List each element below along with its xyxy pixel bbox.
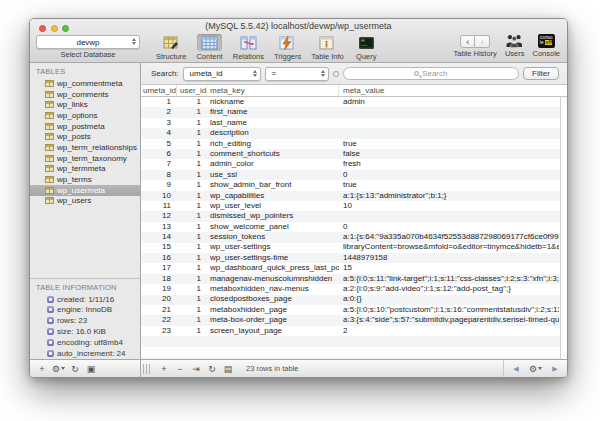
table-row[interactable]: 4 1 description xyxy=(141,128,567,138)
sidebar-table-item[interactable]: wp_users xyxy=(30,196,140,207)
cell-user-id[interactable]: 1 xyxy=(177,263,207,273)
sidebar-table-item[interactable]: wp_links xyxy=(30,99,140,110)
cell-meta-value[interactable]: true xyxy=(339,139,559,149)
filter-column-select[interactable]: umeta_id xyxy=(183,67,261,81)
table-actions-button[interactable]: ⚙ xyxy=(50,362,67,376)
cell-meta-key[interactable]: closedpostboxes_page xyxy=(207,294,339,304)
cell-user-id[interactable]: 1 xyxy=(177,118,207,128)
table-row[interactable]: 20 1 closedpostboxes_page a:0:{} xyxy=(141,294,567,304)
cell-meta-value[interactable]: false xyxy=(339,149,559,159)
cell-meta-value[interactable] xyxy=(339,211,559,221)
cell-umeta-id[interactable]: 1 xyxy=(141,97,177,107)
column-header-meta-value[interactable]: meta_value xyxy=(339,85,567,96)
cell-user-id[interactable]: 1 xyxy=(177,139,207,149)
table-row[interactable]: 12 1 dismissed_wp_pointers xyxy=(141,211,567,221)
cell-umeta-id[interactable]: 15 xyxy=(141,242,177,252)
cell-meta-key[interactable]: wp_capabilities xyxy=(207,191,339,201)
table-row[interactable]: 19 1 metaboxhidden_nav-menus a:2:{i:0;s:… xyxy=(141,284,567,294)
cell-meta-value[interactable]: a:5:{i:0;s:10:"postcustom";i:1;s:16:"com… xyxy=(339,305,559,315)
cell-umeta-id[interactable]: 7 xyxy=(141,159,177,169)
column-header-meta-key[interactable]: meta_key xyxy=(207,85,339,96)
cell-umeta-id[interactable]: 2 xyxy=(141,107,177,117)
cell-meta-value[interactable]: a:0:{} xyxy=(339,294,559,304)
cell-umeta-id[interactable]: 21 xyxy=(141,305,177,315)
sidebar-table-item[interactable]: wp_posts xyxy=(30,131,140,142)
sidebar-table-item[interactable]: wp_comments xyxy=(30,89,140,100)
cell-user-id[interactable]: 1 xyxy=(177,274,207,284)
previous-page-button[interactable]: ◀ xyxy=(508,362,524,376)
cell-meta-value[interactable]: 1448979158 xyxy=(339,253,559,263)
cell-umeta-id[interactable]: 6 xyxy=(141,149,177,159)
table-row[interactable]: 22 1 meta-box-order_page a:3:{s:4:"side"… xyxy=(141,315,567,325)
splitter-handle-icon[interactable] xyxy=(143,364,152,374)
structure-button[interactable]: Structure xyxy=(154,33,188,62)
cell-umeta-id[interactable]: 22 xyxy=(141,315,177,325)
cell-meta-key[interactable]: dismissed_wp_pointers xyxy=(207,211,339,221)
cell-meta-key[interactable]: wp_dashboard_quick_press_last_post_id xyxy=(207,263,339,273)
cell-umeta-id[interactable]: 14 xyxy=(141,232,177,242)
users-icon[interactable] xyxy=(505,34,524,48)
cell-meta-value[interactable]: admin xyxy=(339,97,559,107)
table-row[interactable]: 23 1 screen_layout_page 2 xyxy=(141,326,567,336)
table-row[interactable]: 13 1 show_welcome_panel 0 xyxy=(141,222,567,232)
vertical-scrollbar[interactable] xyxy=(560,97,567,359)
cell-umeta-id[interactable]: 17 xyxy=(141,263,177,273)
cell-meta-key[interactable]: description xyxy=(207,128,339,138)
cell-meta-key[interactable]: managenav-menuscolumnshidden xyxy=(207,274,339,284)
duplicate-row-button[interactable]: ⇥ xyxy=(188,362,204,376)
cell-meta-key[interactable]: metaboxhidden_nav-menus xyxy=(207,284,339,294)
cell-user-id[interactable]: 1 xyxy=(177,170,207,180)
cell-umeta-id[interactable]: 18 xyxy=(141,274,177,284)
cell-meta-key[interactable]: first_name xyxy=(207,107,339,117)
sidebar-table-item[interactable]: wp_commentmeta xyxy=(30,78,140,89)
cell-meta-value[interactable] xyxy=(339,107,559,117)
cell-user-id[interactable]: 1 xyxy=(177,201,207,211)
column-header-user-id[interactable]: user_id xyxy=(177,85,207,96)
export-rows-button[interactable]: ▤ xyxy=(220,362,236,376)
cell-user-id[interactable]: 1 xyxy=(177,284,207,294)
table-row[interactable]: 11 1 wp_user_level 10 xyxy=(141,201,567,211)
table-row[interactable]: 10 1 wp_capabilities a:1:{s:13:"administ… xyxy=(141,191,567,201)
pagination-actions-button[interactable]: ⚙ xyxy=(527,362,544,376)
cell-meta-key[interactable]: admin_color xyxy=(207,159,339,169)
add-row-button[interactable]: + xyxy=(156,362,172,376)
sidebar-table-item[interactable]: wp_term_relationships xyxy=(30,142,140,153)
cell-user-id[interactable]: 1 xyxy=(177,242,207,252)
cell-user-id[interactable]: 1 xyxy=(177,294,207,304)
minimize-button[interactable] xyxy=(51,25,58,32)
search-input[interactable]: Search xyxy=(343,67,519,80)
cell-meta-key[interactable]: show_welcome_panel xyxy=(207,222,339,232)
cell-user-id[interactable]: 1 xyxy=(177,211,207,221)
sidebar-table-item[interactable]: wp_terms xyxy=(30,174,140,185)
remove-row-button[interactable]: − xyxy=(172,362,188,376)
cell-user-id[interactable]: 1 xyxy=(177,180,207,190)
content-button[interactable]: Content xyxy=(194,33,224,62)
cell-meta-key[interactable]: rich_editing xyxy=(207,139,339,149)
cell-meta-value[interactable] xyxy=(339,128,559,138)
cell-user-id[interactable]: 1 xyxy=(177,222,207,232)
cell-meta-key[interactable]: wp_user_level xyxy=(207,201,339,211)
table-info-button[interactable]: Table Info xyxy=(309,33,346,62)
sidebar-table-item[interactable]: wp_term_taxonomy xyxy=(30,153,140,164)
table-row[interactable]: 17 1 wp_dashboard_quick_press_last_post_… xyxy=(141,263,567,273)
cell-user-id[interactable]: 1 xyxy=(177,97,207,107)
filter-button[interactable]: Filter xyxy=(523,67,559,80)
table-row[interactable]: 15 1 wp_user-settings libraryContent=bro… xyxy=(141,242,567,252)
cell-umeta-id[interactable]: 16 xyxy=(141,253,177,263)
zoom-button[interactable] xyxy=(62,25,69,32)
cell-meta-value[interactable]: libraryContent=browse&mfold=o&editor=tin… xyxy=(339,242,559,252)
cell-meta-key[interactable]: wp_user-settings xyxy=(207,242,339,252)
table-row[interactable]: 8 1 use_ssl 0 xyxy=(141,170,567,180)
console-icon[interactable]: conso le off xyxy=(538,34,555,48)
history-forward-button[interactable]: › xyxy=(475,35,490,48)
cell-meta-key[interactable]: comment_shortcuts xyxy=(207,149,339,159)
triggers-button[interactable]: Triggers xyxy=(272,33,303,62)
console-toggle-button[interactable]: ▣ xyxy=(83,362,99,376)
sidebar-table-item[interactable]: wp_postmeta xyxy=(30,121,140,132)
query-button[interactable]: Query xyxy=(352,33,381,62)
history-back-button[interactable]: ‹ xyxy=(460,35,475,48)
add-filter-button[interactable] xyxy=(333,71,339,77)
cell-meta-key[interactable]: use_ssl xyxy=(207,170,339,180)
cell-meta-key[interactable]: show_admin_bar_front xyxy=(207,180,339,190)
refresh-rows-button[interactable]: ↻ xyxy=(204,362,220,376)
